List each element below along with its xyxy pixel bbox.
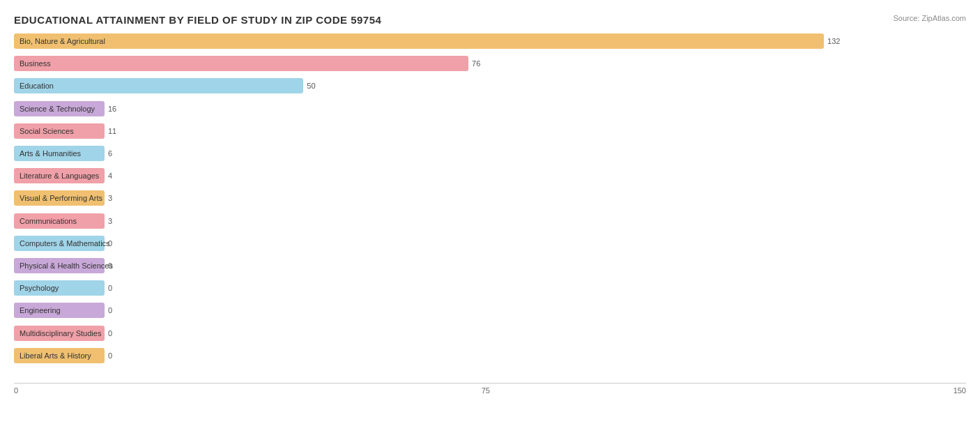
bar-row: Multidisciplinary Studies0: [14, 324, 966, 343]
bar-label: Computers & Mathematics: [20, 239, 110, 248]
bar-value: 132: [827, 37, 840, 45]
bar-label: Literature & Languages: [20, 172, 99, 180]
bar-wrapper: Education50: [14, 78, 966, 93]
bar: Business76: [14, 56, 468, 71]
bar: Engineering0: [14, 303, 105, 318]
bar-wrapper: Business76: [14, 56, 966, 71]
bar-label: Social Sciences: [20, 127, 74, 135]
bar-wrapper: Computers & Mathematics0: [14, 236, 966, 251]
bar: Literature & Languages4: [14, 168, 105, 183]
bar: Liberal Arts & History0: [14, 348, 105, 363]
bar-label: Arts & Humanities: [20, 149, 81, 158]
bar-label: Multidisciplinary Studies: [20, 329, 101, 337]
bar-value: 11: [108, 127, 116, 135]
bar: Social Sciences11: [14, 123, 105, 139]
bar-wrapper: Physical & Health Sciences0: [14, 258, 966, 273]
bar-row: Physical & Health Sciences0: [14, 256, 966, 275]
bar-row: Computers & Mathematics0: [14, 234, 966, 253]
bar: Visual & Performing Arts3: [14, 190, 105, 206]
bar-value: 76: [472, 59, 480, 68]
bar-value: 0: [108, 351, 112, 360]
bar-value: 16: [108, 105, 116, 113]
x-axis-label: 75: [482, 386, 490, 395]
bars-section: Bio, Nature & Agricultural132Business76E…: [14, 31, 966, 383]
bar-label: Communications: [20, 217, 77, 225]
bar: Arts & Humanities6: [14, 146, 105, 161]
x-axis-label: 0: [14, 386, 18, 395]
bar-row: Science & Technology16: [14, 99, 966, 119]
bar: Bio, Nature & Agricultural132: [14, 33, 824, 49]
bar-wrapper: Psychology0: [14, 280, 966, 296]
bar-label: Physical & Health Sciences: [20, 261, 113, 270]
bar-value: 0: [108, 239, 112, 248]
bar-value: 50: [307, 82, 315, 90]
x-axis-label: 150: [954, 386, 966, 395]
bar-value: 6: [108, 149, 112, 158]
bar-row: Business76: [14, 54, 966, 73]
bar-row: Visual & Performing Arts3: [14, 188, 966, 208]
bar-label: Science & Technology: [20, 105, 95, 113]
bar-value: 3: [108, 194, 112, 202]
bar: Education50: [14, 78, 303, 93]
bar-wrapper: Science & Technology16: [14, 101, 966, 116]
bar-wrapper: Communications3: [14, 213, 966, 229]
chart-title: EDUCATIONAL ATTAINMENT BY FIELD OF STUDY…: [14, 14, 966, 26]
bar: Physical & Health Sciences0: [14, 258, 105, 273]
source-text: Source: ZipAtlas.com: [893, 14, 966, 22]
bar-row: Social Sciences11: [14, 121, 966, 141]
bar-label: Education: [20, 82, 54, 90]
bar-label: Engineering: [20, 306, 61, 314]
bar-row: Literature & Languages4: [14, 166, 966, 185]
bar-row: Liberal Arts & History0: [14, 346, 966, 365]
bar-label: Business: [20, 59, 51, 68]
bar-row: Education50: [14, 76, 966, 96]
bar-row: Psychology0: [14, 278, 966, 298]
bar-wrapper: Engineering0: [14, 303, 966, 318]
x-axis: 075150: [14, 383, 966, 395]
bar-wrapper: Arts & Humanities6: [14, 146, 966, 161]
bar-wrapper: Literature & Languages4: [14, 168, 966, 183]
bar-row: Engineering0: [14, 301, 966, 320]
bar: Science & Technology16: [14, 101, 105, 116]
bar-value: 0: [108, 284, 112, 292]
bar-wrapper: Liberal Arts & History0: [14, 348, 966, 363]
bar-value: 3: [108, 217, 112, 225]
bar-wrapper: Visual & Performing Arts3: [14, 190, 966, 206]
chart-area: Bio, Nature & Agricultural132Business76E…: [14, 31, 966, 395]
bar-row: Arts & Humanities6: [14, 144, 966, 163]
bar: Multidisciplinary Studies0: [14, 326, 105, 341]
bar-label: Psychology: [20, 284, 59, 292]
bar-value: 0: [108, 306, 112, 314]
bar-wrapper: Bio, Nature & Agricultural132: [14, 33, 966, 49]
bar-wrapper: Social Sciences11: [14, 123, 966, 139]
bar-wrapper: Multidisciplinary Studies0: [14, 326, 966, 341]
bar-label: Bio, Nature & Agricultural: [20, 37, 105, 45]
bar: Computers & Mathematics0: [14, 236, 105, 251]
bar-label: Liberal Arts & History: [20, 351, 91, 360]
bar-row: Communications3: [14, 211, 966, 231]
chart-container: EDUCATIONAL ATTAINMENT BY FIELD OF STUDY…: [0, 0, 980, 440]
bar-row: Bio, Nature & Agricultural132: [14, 31, 966, 51]
bar: Communications3: [14, 213, 105, 229]
bar-value: 0: [108, 329, 112, 337]
bar-value: 4: [108, 172, 112, 180]
bar: Psychology0: [14, 280, 105, 296]
bar-value: 0: [108, 261, 112, 270]
bar-label: Visual & Performing Arts: [20, 194, 102, 202]
